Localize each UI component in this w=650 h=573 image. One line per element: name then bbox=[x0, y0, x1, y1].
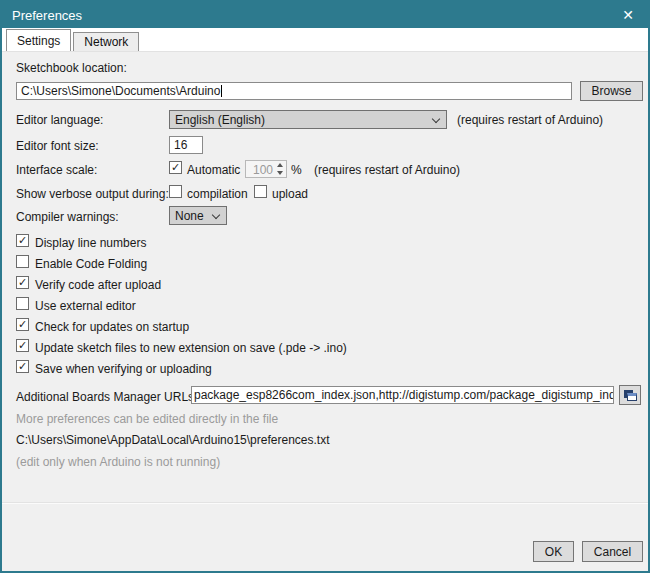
editor-language-value: English (English) bbox=[175, 113, 265, 127]
scale-restart-note: (requires restart of Arduino) bbox=[314, 163, 460, 177]
ok-button[interactable]: OK bbox=[533, 541, 574, 562]
percent-label: % bbox=[291, 163, 302, 177]
interface-scale-value: 100 bbox=[246, 161, 275, 177]
preferences-file-path: C:\Users\Simone\AppData\Local\Arduino15\… bbox=[16, 433, 330, 447]
use-external-editor-label: Use external editor bbox=[35, 299, 136, 313]
compiler-warnings-value: None bbox=[175, 209, 204, 223]
check-for-updates-checkbox[interactable]: ✓ bbox=[16, 318, 29, 331]
upload-label: upload bbox=[272, 187, 308, 201]
chevron-down-icon bbox=[432, 115, 440, 123]
spinner-down-icon[interactable] bbox=[275, 169, 286, 177]
boards-manager-urls-label: Additional Boards Manager URLs: bbox=[16, 390, 197, 404]
boards-manager-urls-value: package_esp8266com_index.json,http://dig… bbox=[194, 388, 614, 402]
compilation-checkbox[interactable] bbox=[169, 185, 182, 198]
verify-code-after-upload-checkbox[interactable]: ✓ bbox=[16, 276, 29, 289]
verbose-output-label: Show verbose output during: bbox=[16, 187, 169, 201]
cancel-button[interactable]: Cancel bbox=[582, 541, 643, 562]
browse-button[interactable]: Browse bbox=[580, 81, 643, 101]
tab-settings[interactable]: Settings bbox=[6, 29, 71, 51]
sketchbook-location-value: C:\Users\Simone\Documents\Arduino bbox=[21, 84, 220, 98]
enable-code-folding-checkbox[interactable] bbox=[16, 255, 29, 268]
sketchbook-location-input[interactable]: C:\Users\Simone\Documents\Arduino bbox=[16, 82, 572, 100]
editor-font-size-label: Editor font size: bbox=[16, 139, 99, 153]
close-icon[interactable]: ✕ bbox=[608, 2, 648, 28]
use-external-editor-checkbox[interactable] bbox=[16, 297, 29, 310]
verify-code-after-upload-label: Verify code after upload bbox=[35, 278, 161, 292]
editor-language-label: Editor language: bbox=[16, 113, 103, 127]
open-urls-editor-button[interactable] bbox=[619, 385, 641, 405]
edit-only-note: (edit only when Arduino is not running) bbox=[16, 455, 220, 469]
boards-manager-urls-input[interactable]: package_esp8266com_index.json,http://dig… bbox=[191, 386, 614, 404]
editor-language-select[interactable]: English (English) bbox=[169, 110, 447, 129]
tab-network[interactable]: Network bbox=[73, 32, 139, 51]
language-restart-note: (requires restart of Arduino) bbox=[457, 113, 603, 127]
chevron-down-icon bbox=[212, 211, 220, 219]
compilation-label: compilation bbox=[187, 187, 248, 201]
compiler-warnings-select[interactable]: None bbox=[169, 206, 227, 225]
save-when-verifying-checkbox[interactable]: ✓ bbox=[16, 360, 29, 373]
compiler-warnings-label: Compiler warnings: bbox=[16, 210, 119, 224]
update-sketch-files-label: Update sketch files to new extension on … bbox=[35, 341, 347, 355]
window-title: Preferences bbox=[12, 8, 82, 23]
automatic-checkbox[interactable]: ✓ bbox=[169, 161, 182, 174]
panel-separator bbox=[2, 502, 648, 504]
text-caret bbox=[221, 85, 222, 97]
editor-font-size-value: 16 bbox=[174, 138, 187, 152]
enable-code-folding-label: Enable Code Folding bbox=[35, 257, 147, 271]
preferences-dialog: Preferences ✕ Settings Network Sketchboo… bbox=[0, 0, 650, 573]
display-line-numbers-checkbox[interactable]: ✓ bbox=[16, 234, 29, 247]
more-preferences-note: More preferences can be edited directly … bbox=[16, 412, 278, 426]
save-when-verifying-label: Save when verifying or uploading bbox=[35, 362, 212, 376]
editor-font-size-input[interactable]: 16 bbox=[169, 136, 203, 154]
titlebar[interactable]: Preferences ✕ bbox=[2, 2, 648, 28]
interface-scale-label: Interface scale: bbox=[16, 163, 97, 177]
interface-scale-spinner[interactable]: 100 bbox=[245, 160, 287, 178]
automatic-label: Automatic bbox=[187, 163, 240, 177]
upload-checkbox[interactable] bbox=[254, 185, 267, 198]
spinner-up-icon[interactable] bbox=[275, 161, 286, 169]
tab-strip: Settings Network bbox=[2, 28, 648, 52]
update-sketch-files-checkbox[interactable]: ✓ bbox=[16, 339, 29, 352]
check-for-updates-label: Check for updates on startup bbox=[35, 320, 189, 334]
overlapping-windows-icon bbox=[624, 390, 637, 401]
sketchbook-location-label: Sketchbook location: bbox=[16, 61, 127, 75]
display-line-numbers-label: Display line numbers bbox=[35, 236, 146, 250]
